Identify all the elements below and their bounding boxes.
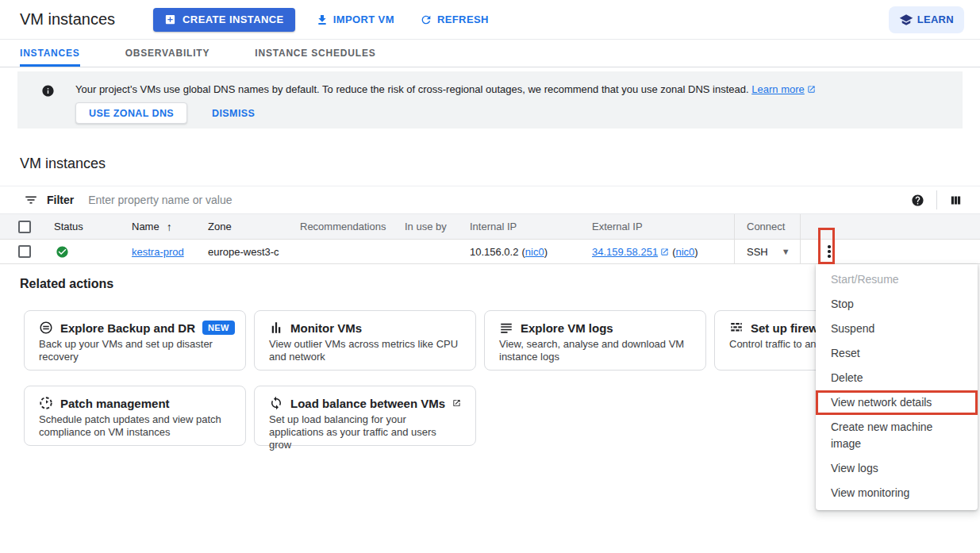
logs-icon [499, 321, 513, 335]
column-display-button[interactable] [949, 194, 963, 207]
bar-chart-icon [269, 321, 283, 335]
card-monitor-vms[interactable]: Monitor VMs View outlier VMs across metr… [254, 310, 476, 371]
load-balance-icon [269, 396, 283, 410]
firewall-icon [729, 321, 744, 335]
row-actions-menu: Start/Resume Stop Suspend Reset Delete V… [816, 264, 978, 510]
ssh-dropdown-caret-icon[interactable]: ▼ [782, 247, 790, 256]
tab-instance-schedules[interactable]: INSTANCE SCHEDULES [255, 40, 375, 67]
external-link-icon [807, 85, 816, 94]
card-patch-management[interactable]: Patch management Schedule patch updates … [24, 386, 246, 446]
menu-item-delete[interactable]: Delete [816, 366, 978, 390]
dismiss-button[interactable]: DISMISS [212, 108, 255, 119]
help-icon [911, 194, 924, 207]
learn-button[interactable]: LEARN [889, 6, 964, 33]
recommendations-value [300, 240, 405, 263]
status-running-icon [56, 245, 69, 259]
card-explore-backup-dr[interactable]: Explore Backup and DR NEW Back up your V… [24, 310, 246, 371]
info-icon [41, 84, 55, 98]
create-instance-button[interactable]: CREATE INSTANCE [153, 8, 295, 32]
menu-item-view-monitoring[interactable]: View monitoring [816, 481, 978, 505]
card-explore-vm-logs[interactable]: Explore VM logs View, search, analyse an… [484, 310, 706, 371]
app-header: VM instances CREATE INSTANCE IMPORT VM R… [0, 0, 980, 40]
use-zonal-dns-button[interactable]: USE ZONAL DNS [75, 102, 187, 124]
menu-item-reset[interactable]: Reset [816, 341, 978, 366]
new-badge: NEW [202, 321, 235, 335]
refresh-button[interactable]: REFRESH [420, 13, 489, 26]
download-icon [316, 13, 329, 26]
card-load-balance[interactable]: Load balance between VMs Set up load bal… [254, 386, 476, 446]
menu-item-view-logs[interactable]: View logs [816, 456, 978, 481]
menu-item-suspend[interactable]: Suspend [816, 317, 978, 341]
column-header-zone: Zone [208, 214, 300, 239]
select-all-checkbox[interactable] [18, 221, 31, 233]
column-header-in-use-by: In use by [405, 214, 470, 239]
external-link-icon [452, 398, 461, 408]
external-ip-value: 34.159.58.251 (nic0) [592, 240, 734, 263]
filter-icon [24, 193, 38, 207]
graduation-cap-icon [899, 13, 913, 27]
related-actions-cards: Explore Backup and DR NEW Back up your V… [24, 310, 938, 446]
backup-dr-icon [39, 321, 53, 335]
column-header-status: Status [52, 214, 132, 239]
external-ip-link[interactable]: 34.159.58.251 [592, 246, 658, 258]
sort-ascending-icon: ↑ [167, 221, 172, 233]
refresh-icon [420, 13, 432, 26]
zonal-dns-banner: Your project's VMs use global DNS names … [17, 71, 963, 129]
section-title: VM instances [20, 156, 980, 172]
tab-bar: INSTANCES OBSERVABILITY INSTANCE SCHEDUL… [0, 40, 980, 67]
menu-item-create-machine-image[interactable]: Create new machine image [816, 415, 951, 456]
highlight-box-more-actions [818, 228, 835, 264]
banner-message: Your project's VMs use global DNS names … [75, 83, 816, 96]
row-checkbox[interactable] [18, 245, 31, 258]
learn-more-link[interactable]: Learn more [751, 83, 804, 95]
column-header-name[interactable]: Name ↑ [132, 214, 208, 239]
help-button[interactable] [911, 194, 924, 207]
add-box-icon [164, 13, 176, 25]
page-title: VM instances [20, 10, 115, 29]
vm-instances-page: VM instances CREATE INSTANCE IMPORT VM R… [0, 0, 980, 553]
internal-nic-link[interactable]: nic0 [525, 246, 544, 258]
tab-instances[interactable]: INSTANCES [20, 40, 80, 67]
patch-icon [39, 396, 53, 410]
column-header-internal-ip: Internal IP [470, 214, 592, 239]
toolbar-divider [936, 190, 937, 209]
column-header-external-ip: External IP [592, 214, 734, 239]
filter-toolbar: Filter [0, 186, 980, 214]
tab-observability[interactable]: OBSERVABILITY [125, 40, 210, 67]
column-header-connect: Connect [734, 214, 800, 239]
filter-label: Filter [47, 194, 74, 206]
in-use-by-value [405, 240, 470, 263]
instance-name-link[interactable]: kestra-prod [132, 246, 184, 258]
zone-value: europe-west3-c [208, 240, 300, 263]
menu-item-stop[interactable]: Stop [816, 292, 978, 317]
column-header-recommendations: Recommendations [300, 214, 405, 239]
columns-icon [949, 194, 963, 207]
import-vm-button[interactable]: IMPORT VM [316, 13, 394, 26]
internal-ip-value: 10.156.0.2 (nic0) [470, 240, 592, 263]
menu-item-start-resume: Start/Resume [816, 267, 978, 292]
external-nic-link[interactable]: nic0 [675, 246, 694, 258]
ssh-button[interactable]: SSH [747, 246, 768, 258]
external-link-icon [660, 248, 669, 256]
menu-item-view-network-details[interactable]: View network details [816, 390, 978, 415]
filter-input[interactable] [88, 194, 911, 206]
